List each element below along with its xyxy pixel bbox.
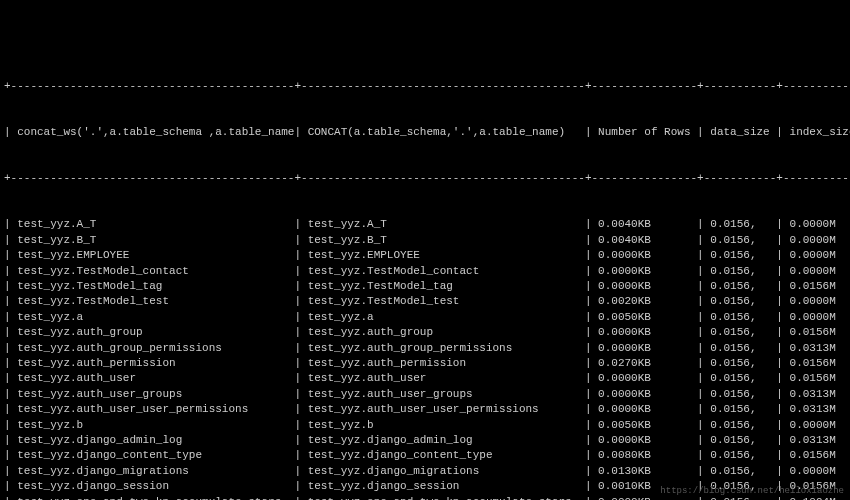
- table-row: | test_yyz.TestModel_tag | test_yyz.Test…: [4, 279, 846, 294]
- table-row: | test_yyz.a | test_yyz.a | 0.0050KB | 0…: [4, 310, 846, 325]
- table-row: | test_yyz.django_content_type | test_yy…: [4, 448, 846, 463]
- table-row: | test_yyz.auth_permission | test_yyz.au…: [4, 356, 846, 371]
- header-row: | concat_ws('.',a.table_schema ,a.table_…: [4, 125, 846, 140]
- watermark-text: https://blog.csdn.net/helloxiaozhe: [660, 485, 844, 498]
- table-row: | test_yyz.TestModel_test | test_yyz.Tes…: [4, 294, 846, 309]
- table-row: | test_yyz.auth_group_permissions | test…: [4, 341, 846, 356]
- table-row: | test_yyz.B_T | test_yyz.B_T | 0.0040KB…: [4, 233, 846, 248]
- table-row: | test_yyz.django_admin_log | test_yyz.d…: [4, 433, 846, 448]
- table-row: | test_yyz.b | test_yyz.b | 0.0050KB | 0…: [4, 418, 846, 433]
- table-body: | test_yyz.A_T | test_yyz.A_T | 0.0040KB…: [4, 217, 846, 500]
- table-row: | test_yyz.auth_group | test_yyz.auth_gr…: [4, 325, 846, 340]
- table-row: | test_yyz.auth_user | test_yyz.auth_use…: [4, 371, 846, 386]
- table-row: | test_yyz.EMPLOYEE | test_yyz.EMPLOYEE …: [4, 248, 846, 263]
- table-row: | test_yyz.auth_user_user_permissions | …: [4, 402, 846, 417]
- sql-result-table: +---------------------------------------…: [0, 46, 850, 500]
- table-row: | test_yyz.A_T | test_yyz.A_T | 0.0040KB…: [4, 217, 846, 232]
- table-row: | test_yyz.TestModel_contact | test_yyz.…: [4, 264, 846, 279]
- table-row: | test_yyz.django_migrations | test_yyz.…: [4, 464, 846, 479]
- divider-mid: +---------------------------------------…: [4, 171, 846, 186]
- table-row: | test_yyz.auth_user_groups | test_yyz.a…: [4, 387, 846, 402]
- divider-top: +---------------------------------------…: [4, 79, 846, 94]
